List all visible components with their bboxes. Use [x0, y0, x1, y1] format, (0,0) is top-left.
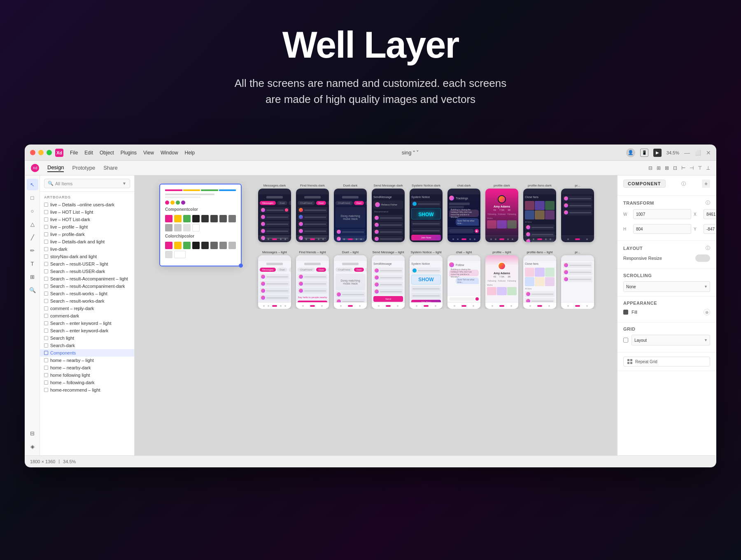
scrolling-select[interactable]: None Vertical Horizontal	[623, 281, 710, 292]
layer-item[interactable]: home – following-dark	[40, 379, 134, 386]
artboard-tool[interactable]: ⊞	[27, 271, 38, 282]
rectangle-tool[interactable]: □	[27, 192, 38, 203]
layer-item[interactable]: home-recommend – light	[40, 386, 134, 394]
align-right-icon[interactable]: ⊠	[665, 165, 669, 171]
toolbar-tab-share[interactable]: Share	[103, 164, 118, 172]
swatch-dark7[interactable]	[201, 242, 209, 249]
align-left-icon[interactable]: ⊟	[648, 165, 652, 171]
layer-item[interactable]: live – HOT List-dark	[40, 216, 134, 223]
assets-icon[interactable]: ◈	[27, 441, 38, 452]
align-middle-icon[interactable]: ⊣	[690, 165, 694, 171]
layer-item[interactable]: live – profile – light	[40, 223, 134, 231]
text-tool[interactable]: T	[27, 258, 38, 269]
align-top-icon[interactable]: ⊢	[681, 165, 685, 171]
layer-search-light[interactable]: Search light	[40, 334, 134, 342]
more-icon[interactable]: ⊥	[706, 165, 710, 171]
layer-item[interactable]: live – Details-dark and light	[40, 238, 134, 245]
layer-item[interactable]: Search – result-Accompaniment-dark	[40, 282, 134, 290]
fill-color-picker[interactable]: ⊕	[704, 309, 710, 315]
y-input[interactable]	[704, 224, 716, 234]
grid-checkbox[interactable]	[623, 338, 628, 343]
align-bottom-icon[interactable]: ⊤	[698, 165, 702, 171]
zoom-tool[interactable]: 🔍	[27, 284, 38, 296]
swatch-white-big[interactable]	[174, 251, 186, 258]
play-button[interactable]: ▶	[653, 149, 662, 157]
minimize-button[interactable]	[38, 150, 44, 155]
layer-item[interactable]: Search – result-USER-dark	[40, 268, 134, 275]
layer-item[interactable]: home – nearby-dark	[40, 364, 134, 371]
swatch-dark4[interactable]	[219, 215, 227, 222]
swatch-dark1[interactable]	[192, 215, 200, 222]
close-icon-top[interactable]: ✕	[706, 149, 711, 156]
swatch-green2[interactable]	[183, 242, 191, 249]
mobile-preview-icon[interactable]: 📱	[640, 149, 648, 157]
ellipse-tool[interactable]: ○	[27, 205, 38, 217]
align-center-icon[interactable]: ⊞	[657, 165, 661, 171]
close-button[interactable]	[30, 150, 35, 155]
layer-components[interactable]: Components	[40, 349, 134, 357]
layer-item[interactable]: Search – result-works-dark	[40, 297, 134, 305]
swatch-green[interactable]	[183, 215, 191, 222]
swatch-light2[interactable]	[165, 251, 172, 258]
fill-checkbox[interactable]	[623, 310, 628, 315]
toolbar-tab-design[interactable]: Design	[47, 163, 64, 172]
layer-item[interactable]: storyNav-dark and light	[40, 253, 134, 260]
layers-icon[interactable]: ⊟	[27, 427, 38, 439]
swatch-light1[interactable]	[228, 242, 236, 249]
triangle-tool[interactable]: △	[27, 218, 38, 230]
profile-avatar[interactable]: 👤	[626, 148, 635, 157]
swatch-gray2[interactable]	[174, 224, 182, 231]
swatch-pink[interactable]	[165, 215, 172, 222]
menu-plugins[interactable]: Plugins	[121, 150, 137, 156]
swatch-dark2[interactable]	[201, 215, 209, 222]
swatch-gray1[interactable]	[165, 224, 172, 231]
width-input[interactable]	[633, 209, 691, 219]
layer-item[interactable]: Search-dark	[40, 342, 134, 349]
distribute-icon[interactable]: ⊡	[673, 165, 677, 171]
swatch-gray3[interactable]	[183, 224, 191, 231]
menu-window[interactable]: Window	[161, 150, 178, 156]
swatch-gray4[interactable]	[210, 242, 218, 249]
swatch-pink2[interactable]	[165, 242, 172, 249]
resize-handle[interactable]	[239, 264, 243, 268]
swatch-yellow[interactable]	[174, 215, 182, 222]
responsive-resize-toggle[interactable]	[695, 254, 710, 262]
layer-home-following-light[interactable]: home following light	[40, 371, 134, 379]
maximize-button[interactable]	[47, 150, 52, 155]
restore-icon[interactable]: ⬜	[695, 150, 701, 156]
pen-tool[interactable]: ✏	[27, 245, 38, 256]
menu-edit[interactable]: Edit	[84, 150, 93, 156]
layer-item[interactable]: live-dark	[40, 245, 134, 253]
layer-item[interactable]: Search – result-Accompaniment – light	[40, 275, 134, 282]
select-tool[interactable]: ↖	[27, 179, 38, 190]
layers-search-input-wrap[interactable]: 🔍 All Items ▼	[44, 179, 130, 188]
layer-item[interactable]: Search – enter keyword – light	[40, 320, 134, 327]
toolbar-tab-prototype[interactable]: Prototype	[72, 164, 95, 172]
layer-item[interactable]: comment – reply-dark	[40, 305, 134, 312]
swatch-dark6[interactable]	[192, 242, 200, 249]
x-input[interactable]	[704, 209, 716, 219]
component-add-button[interactable]: +	[702, 180, 710, 188]
swatch-yellow2[interactable]	[174, 242, 182, 249]
line-tool[interactable]: ╱	[27, 231, 38, 243]
canvas-area[interactable]: Componentcolor	[135, 175, 617, 455]
swatch-dark3[interactable]	[210, 215, 218, 222]
layer-item[interactable]: Search – result-works – light	[40, 290, 134, 297]
swatch-gray5[interactable]	[219, 242, 227, 249]
repeat-grid-button[interactable]: Repeat Grid	[623, 357, 710, 366]
menu-view[interactable]: View	[143, 150, 154, 156]
zoom-level[interactable]: 34.5%	[666, 150, 679, 155]
menu-file[interactable]: File	[70, 150, 78, 156]
layer-item[interactable]: comment-dark	[40, 312, 134, 320]
layer-item[interactable]: live – profile-dark	[40, 231, 134, 238]
layer-item[interactable]: live – HOT List – light	[40, 208, 134, 216]
layer-item[interactable]: live – Details –online users-dark	[40, 201, 134, 208]
menu-object[interactable]: Object	[100, 150, 114, 156]
layer-item[interactable]: Search – result-USER – light	[40, 260, 134, 268]
menu-help[interactable]: Help	[185, 150, 195, 156]
layer-item[interactable]: Search – enter keyword-dark	[40, 327, 134, 334]
minimize-icon[interactable]: —	[684, 149, 690, 156]
grid-layout-select[interactable]: Layout Grid Square	[631, 335, 710, 345]
swatch-dark5[interactable]	[228, 215, 236, 222]
swatch-white[interactable]	[192, 224, 200, 231]
